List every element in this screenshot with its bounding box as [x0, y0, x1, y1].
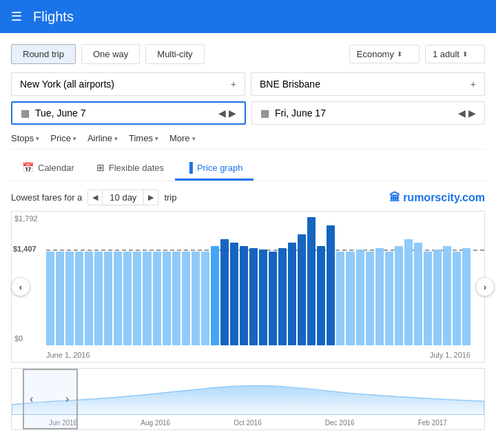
depart-prev-icon[interactable]: ◀	[218, 108, 226, 119]
x-label-end: July 1, 2016	[430, 351, 471, 359]
chart-bar[interactable]	[65, 252, 74, 345]
chart-prev-icon: ‹	[19, 282, 22, 292]
tab-calendar[interactable]: 📅 Calendar	[11, 156, 85, 181]
stops-filter[interactable]: Stops ▾	[11, 133, 39, 143]
return-next-icon[interactable]: ▶	[468, 108, 476, 119]
chart-bar[interactable]	[443, 246, 451, 345]
chart-bar[interactable]	[433, 250, 442, 345]
chart-bar[interactable]	[249, 248, 258, 345]
chart-bar[interactable]	[424, 252, 432, 345]
chart-x-labels: June 1, 2016 July 1, 2016	[46, 351, 471, 359]
chart-bar[interactable]	[46, 252, 54, 345]
mini-x-label-5: Feb 2017	[418, 419, 447, 427]
return-calendar-icon: ▦	[260, 108, 269, 119]
chart-bar[interactable]	[356, 250, 364, 345]
chart-bar[interactable]	[462, 248, 471, 345]
multi-city-button[interactable]: Multi-city	[145, 44, 204, 64]
chart-next-icon: ›	[484, 282, 486, 292]
chart-bar[interactable]	[123, 252, 132, 345]
app-header: ☰ Flights	[0, 0, 496, 33]
mini-chart: ‹ › Jun 2016 Aug 2016 Oct 2016 Dec 2016 …	[11, 368, 485, 430]
chart-bar[interactable]	[298, 234, 306, 345]
chart-bar[interactable]	[182, 252, 190, 345]
chart-bar[interactable]	[85, 252, 93, 345]
chart-bar[interactable]	[201, 252, 209, 345]
more-filter[interactable]: More ▾	[169, 133, 196, 143]
chart-bar[interactable]	[453, 252, 461, 345]
depart-calendar-icon: ▦	[21, 108, 30, 119]
chart-bar[interactable]	[211, 246, 219, 345]
chart-bar[interactable]	[230, 243, 238, 345]
stops-arrow-icon: ▾	[36, 135, 39, 142]
dates-row: ▦ Tue, June 7 ◀ ▶ ▦ Fri, June 17 ◀ ▶	[11, 101, 485, 125]
airline-filter[interactable]: Airline ▾	[87, 133, 118, 143]
tab-calendar-label: Calendar	[38, 163, 74, 173]
return-date-value: Fri, June 17	[275, 108, 326, 119]
chart-bar[interactable]	[172, 252, 180, 345]
price-filter[interactable]: Price ▾	[50, 133, 76, 143]
tab-flexible[interactable]: ⊞ Flexible dates	[85, 156, 175, 181]
watermark-icon: 🏛	[389, 192, 400, 204]
mini-x-label-4: Dec 2016	[325, 419, 355, 427]
day-selector[interactable]: ◀ 10 day ▶	[87, 190, 158, 205]
class-value: Economy	[357, 49, 394, 59]
chart-bar[interactable]	[75, 252, 83, 345]
depart-next-icon[interactable]: ▶	[229, 108, 236, 119]
chart-bar[interactable]	[220, 239, 229, 345]
mini-x-label-2: Aug 2016	[141, 419, 170, 427]
chart-bar[interactable]	[163, 252, 171, 345]
return-date-arrows: ◀ ▶	[458, 108, 476, 119]
chart-bar[interactable]	[307, 217, 316, 345]
price-label: Price	[50, 133, 71, 143]
class-select[interactable]: Economy ⬍	[349, 45, 420, 63]
chart-prev-button[interactable]: ‹	[11, 277, 30, 296]
chart-bar[interactable]	[269, 252, 277, 345]
chart-bar[interactable]	[114, 252, 122, 345]
times-arrow-icon: ▾	[155, 135, 158, 142]
times-filter[interactable]: Times ▾	[129, 133, 158, 143]
chart-bar[interactable]	[56, 252, 64, 345]
mini-chart-selection[interactable]: ‹ ›	[23, 369, 78, 429]
chart-bar[interactable]	[336, 252, 344, 345]
chart-bar[interactable]	[278, 248, 287, 345]
mini-next-icon[interactable]: ›	[65, 393, 69, 405]
chart-bar[interactable]	[385, 252, 393, 345]
chart-bar[interactable]	[240, 246, 248, 345]
chart-bar[interactable]	[288, 243, 296, 345]
chart-bar[interactable]	[404, 239, 413, 345]
origin-plus-icon: +	[231, 79, 236, 90]
chart-bar[interactable]	[192, 252, 200, 345]
menu-icon[interactable]: ☰	[11, 9, 22, 24]
day-next-icon[interactable]: ▶	[144, 191, 158, 204]
chart-next-button[interactable]: ›	[475, 277, 495, 296]
chart-bar[interactable]	[395, 246, 403, 345]
chart-bar[interactable]	[327, 225, 335, 345]
chart-bar[interactable]	[153, 252, 161, 345]
chart-bar[interactable]	[133, 252, 141, 345]
chart-bar[interactable]	[94, 252, 103, 345]
chart-bar[interactable]	[375, 248, 384, 345]
round-trip-button[interactable]: Round trip	[11, 44, 76, 64]
calendar-icon: 📅	[22, 162, 34, 173]
return-prev-icon[interactable]: ◀	[458, 108, 466, 119]
chart-bar[interactable]	[346, 252, 354, 345]
passenger-select[interactable]: 1 adult ⬍	[425, 45, 485, 63]
mini-prev-icon[interactable]: ‹	[30, 393, 33, 405]
chart-bar[interactable]	[259, 250, 267, 345]
chart-bar[interactable]	[104, 252, 112, 345]
destination-input[interactable]: BNE Brisbane +	[251, 72, 485, 96]
x-label-start: June 1, 2016	[46, 351, 90, 359]
chart-bar[interactable]	[143, 252, 151, 345]
return-date-input[interactable]: ▦ Fri, June 17 ◀ ▶	[251, 101, 485, 125]
times-label: Times	[129, 133, 153, 143]
one-way-button[interactable]: One way	[81, 44, 140, 64]
chart-bar[interactable]	[366, 252, 374, 345]
day-prev-icon[interactable]: ◀	[88, 191, 102, 204]
chart-bar[interactable]	[414, 243, 422, 345]
origin-input[interactable]: New York (all airports) +	[11, 72, 245, 96]
chart-bar[interactable]	[317, 246, 325, 345]
location-inputs-row: New York (all airports) + BNE Brisbane +	[11, 72, 485, 96]
tab-price-graph[interactable]: ▐ Price graph	[175, 156, 254, 181]
passenger-arrow-icon: ⬍	[462, 50, 468, 58]
depart-date-input[interactable]: ▦ Tue, June 7 ◀ ▶	[11, 101, 246, 125]
